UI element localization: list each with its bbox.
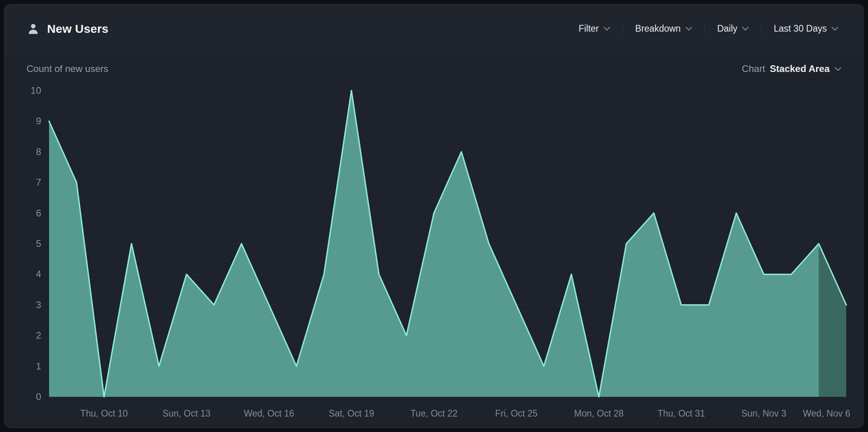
user-icon: [27, 22, 40, 36]
breakdown-dropdown[interactable]: Breakdown: [634, 19, 694, 38]
area-chart: 012345678910Thu, Oct 10Sun, Oct 13Wed, O…: [4, 80, 864, 428]
interval-dropdown-label: Daily: [717, 23, 737, 34]
svg-text:6: 6: [36, 208, 41, 218]
header-title-group: New Users: [27, 22, 108, 36]
svg-text:Wed, Nov 6: Wed, Nov 6: [803, 408, 850, 419]
insight-card: New Users Filter Breakdown Daily Last 30…: [4, 4, 864, 428]
breakdown-dropdown-label: Breakdown: [635, 23, 681, 34]
svg-text:Thu, Oct 31: Thu, Oct 31: [658, 408, 705, 419]
divider: [761, 23, 762, 35]
svg-text:Tue, Oct 22: Tue, Oct 22: [410, 408, 457, 419]
svg-text:Fri, Oct 25: Fri, Oct 25: [495, 408, 538, 419]
svg-text:Sat, Oct 19: Sat, Oct 19: [329, 408, 374, 419]
svg-text:9: 9: [36, 116, 41, 126]
svg-text:3: 3: [36, 299, 41, 310]
divider: [705, 23, 705, 35]
svg-text:7: 7: [36, 177, 41, 188]
page-title: New Users: [47, 22, 108, 36]
svg-text:Sun, Nov 3: Sun, Nov 3: [741, 408, 787, 419]
chart-area: 012345678910Thu, Oct 10Sun, Oct 13Wed, O…: [4, 80, 864, 428]
svg-text:4: 4: [36, 269, 41, 279]
chevron-down-icon: [834, 67, 841, 71]
date-range-dropdown[interactable]: Last 30 Days: [772, 19, 840, 38]
svg-text:5: 5: [36, 238, 41, 249]
chart-type-label: Chart: [742, 63, 765, 74]
svg-text:Mon, Oct 28: Mon, Oct 28: [574, 408, 624, 419]
card-header: New Users Filter Breakdown Daily Last 30…: [4, 4, 864, 53]
divider: [623, 23, 623, 35]
chevron-down-icon: [603, 27, 610, 31]
svg-text:2: 2: [36, 330, 41, 341]
svg-text:Wed, Oct 16: Wed, Oct 16: [244, 408, 294, 419]
svg-text:8: 8: [36, 146, 41, 157]
filter-dropdown[interactable]: Filter: [577, 19, 612, 38]
svg-text:10: 10: [30, 85, 41, 96]
svg-text:1: 1: [36, 361, 41, 371]
chevron-down-icon: [685, 27, 692, 31]
chevron-down-icon: [831, 27, 838, 31]
chart-type-dropdown[interactable]: Chart Stacked Area: [742, 63, 841, 74]
svg-text:Sun, Oct 13: Sun, Oct 13: [163, 408, 210, 419]
chevron-down-icon: [742, 27, 749, 31]
interval-dropdown[interactable]: Daily: [716, 19, 750, 38]
date-range-dropdown-label: Last 30 Days: [774, 23, 827, 34]
svg-text:0: 0: [36, 391, 41, 402]
metric-label: Count of new users: [27, 63, 108, 74]
filter-dropdown-label: Filter: [578, 23, 599, 34]
chart-type-value: Stacked Area: [770, 63, 830, 74]
svg-text:Thu, Oct 10: Thu, Oct 10: [80, 408, 128, 419]
chart-subheader: Count of new users Chart Stacked Area: [4, 53, 864, 80]
header-controls: Filter Breakdown Daily Last 30 Days: [577, 19, 840, 38]
